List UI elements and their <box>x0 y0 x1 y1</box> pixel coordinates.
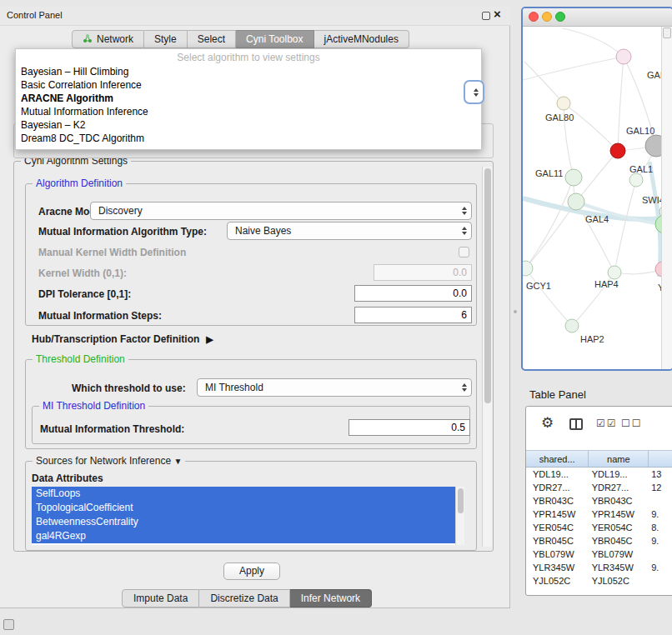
table-cell: YLR345W <box>589 561 649 574</box>
tab-label: Style <box>154 33 177 45</box>
network-node[interactable] <box>608 266 621 279</box>
settings-scrollbar[interactable] <box>482 167 492 547</box>
attribute-list-scrollbar-thumb[interactable] <box>458 488 464 513</box>
mac-minimize-icon[interactable] <box>542 12 552 22</box>
settings-scrollbar-thumb[interactable] <box>484 168 491 403</box>
collapse-down-icon[interactable]: ▼ <box>173 457 182 466</box>
attribute-list-item[interactable]: SelfLoops <box>32 487 455 501</box>
aracne-mode-value: Discovery <box>98 205 143 217</box>
gear-icon[interactable]: ⚙ <box>541 415 554 432</box>
dpi-tolerance-label: DPI Tolerance [0,1]: <box>38 288 131 300</box>
mac-close-icon[interactable] <box>529 12 539 22</box>
bottom-tab-discretize-data[interactable]: Discretize Data <box>199 589 289 608</box>
network-window-titlebar[interactable] <box>523 8 672 27</box>
mac-zoom-icon[interactable] <box>555 12 565 22</box>
column-header[interactable]: shared... <box>526 451 589 467</box>
tab-select[interactable]: Select <box>188 30 236 48</box>
tab-cyni-toolbox[interactable]: Cyni Toolbox <box>236 30 313 48</box>
algorithm-definition-title: Algorithm Definition <box>33 178 126 189</box>
combo-arrows-icon <box>462 383 467 392</box>
table-panel-window: ⚙ ☑☑ ☐☐ shared... name YDL19...YDL19...1… <box>525 406 672 596</box>
table-row[interactable]: YJL052CYJL052C <box>526 574 672 588</box>
mi-algorithm-type-select[interactable]: Naive Bayes <box>227 222 472 240</box>
network-edge <box>563 28 624 57</box>
algorithm-option[interactable]: ARACNE Algorithm <box>16 92 481 105</box>
columns-icon[interactable] <box>569 418 583 430</box>
divider-handle[interactable] <box>514 310 517 313</box>
apply-button[interactable]: Apply <box>223 562 280 580</box>
network-node[interactable] <box>557 97 570 110</box>
table-row[interactable]: YBL079WYBL079W <box>526 548 672 561</box>
attribute-list-item[interactable]: BetweennessCentrality <box>32 515 455 529</box>
column-header[interactable]: name <box>589 451 649 467</box>
table-cell: YBL079W <box>526 548 589 561</box>
table-cell <box>649 494 672 508</box>
mi-threshold-field[interactable] <box>349 419 470 436</box>
table-row[interactable]: YPR145WYPR145W9. <box>526 508 672 521</box>
tab-network[interactable]: Network <box>72 30 144 48</box>
network-node[interactable] <box>610 143 625 158</box>
network-node[interactable] <box>568 193 584 210</box>
network-svg: GAL8GAL80GAL10GAL11GAL1SWI4GAL4GCY1HAP4H… <box>523 27 661 369</box>
table-row[interactable]: YBR045CYBR045C9. <box>526 534 672 548</box>
minimized-panel-icon[interactable] <box>3 619 14 630</box>
hub-definition-toggle[interactable]: Hub/Transcription Factor Definition▶ <box>32 333 213 345</box>
network-node[interactable] <box>629 173 643 187</box>
network-node[interactable] <box>645 135 661 157</box>
which-threshold-label: Which threshold to use: <box>72 382 186 394</box>
network-edge <box>618 57 624 151</box>
close-icon[interactable]: × <box>494 8 501 21</box>
network-node-label: GAL10 <box>626 126 654 136</box>
control-panel-titlebar <box>0 7 510 26</box>
sources-title-text: Sources for Network Inference <box>36 455 171 467</box>
table-row[interactable]: YDR27...YDR27...12 <box>526 481 672 494</box>
table-cell: YDR27... <box>589 481 649 494</box>
column-header[interactable] <box>649 451 672 467</box>
bottom-tabs: Impute DataDiscretize DataInfer Network <box>122 589 372 608</box>
which-threshold-select[interactable]: MI Threshold <box>197 378 472 397</box>
combo-arrows-icon <box>474 88 479 97</box>
tab-style[interactable]: Style <box>144 30 188 48</box>
table-row[interactable]: YDL19...YDL19...13 <box>526 468 672 481</box>
mi-threshold-label: Mutual Information Threshold: <box>40 423 184 435</box>
algorithm-popup-placeholder: Select algorithm to view settings <box>16 51 481 65</box>
attribute-list-item[interactable]: gal4RGexp <box>32 529 455 543</box>
table-row[interactable]: YER054CYER054C8. <box>526 521 672 534</box>
network-edge <box>525 178 574 268</box>
network-edge <box>524 62 564 103</box>
tab-jactivemnodules[interactable]: jActiveMNodules <box>314 30 409 48</box>
algorithm-option[interactable]: Bayesian – K2 <box>16 118 481 132</box>
select-all-checkboxes-icon[interactable]: ☑☑ <box>596 418 618 429</box>
mi-steps-field[interactable] <box>354 307 472 323</box>
network-node-label: GCY1 <box>526 281 551 291</box>
network-canvas[interactable]: GAL8GAL80GAL10GAL11GAL1SWI4GAL4GCY1HAP4H… <box>523 27 661 369</box>
network-node-label: GAL11 <box>535 168 563 178</box>
float-window-icon[interactable] <box>482 12 490 20</box>
bottom-tab-impute-data[interactable]: Impute Data <box>122 589 199 608</box>
network-scrollbar[interactable] <box>661 27 672 369</box>
table-cell: YLR345W <box>526 561 589 574</box>
algorithm-combo-button[interactable] <box>464 80 484 104</box>
bottom-tab-infer-network[interactable]: Infer Network <box>290 589 372 608</box>
network-node[interactable] <box>616 49 631 64</box>
network-node[interactable] <box>523 261 533 276</box>
network-node[interactable] <box>655 262 661 277</box>
network-node[interactable] <box>565 319 579 332</box>
network-scrollbar-thumb[interactable] <box>663 28 671 38</box>
manual-kernel-checkbox[interactable] <box>459 247 469 258</box>
algorithm-option[interactable]: Mutual Information Inference <box>16 105 481 118</box>
table-row[interactable]: YLR345WYLR345W9. <box>526 561 672 574</box>
algorithm-option[interactable]: Bayesian – Hill Climbing <box>16 65 481 78</box>
algorithm-option[interactable]: Basic Correlation Inference <box>16 78 481 92</box>
deselect-all-checkboxes-icon[interactable]: ☐☐ <box>621 418 643 429</box>
attribute-list-item[interactable]: TopologicalCoefficient <box>32 501 455 515</box>
network-edge <box>614 180 636 272</box>
table-row[interactable]: YBR043CYBR043C <box>526 494 672 508</box>
table-cell: YJL052C <box>526 574 589 588</box>
attribute-list-scrollbar[interactable] <box>455 487 464 545</box>
dpi-tolerance-field[interactable] <box>354 285 472 302</box>
network-node[interactable] <box>565 169 582 186</box>
aracne-mode-select[interactable]: Discovery <box>90 202 472 220</box>
table-cell: 13 <box>649 468 672 481</box>
algorithm-option[interactable]: Dream8 DC_TDC Algorithm <box>16 132 481 145</box>
